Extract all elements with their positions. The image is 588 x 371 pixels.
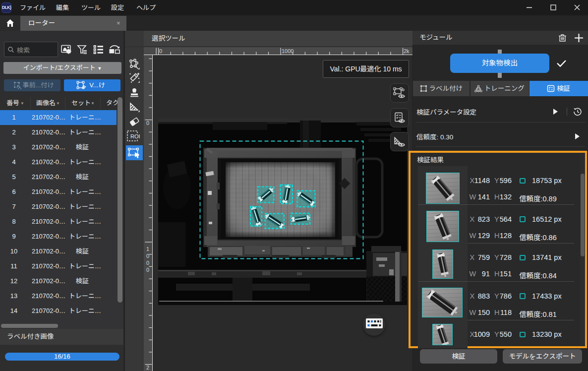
svg-text:0: 0 [159,48,162,54]
svg-text:2k: 2k [404,48,410,54]
svg-text:0: 0 [146,253,149,259]
svg-text:0: 0 [146,260,149,266]
svg-text:ROI: ROI [130,133,140,139]
svg-text:2: 2 [146,365,149,371]
svg-text:1000: 1000 [282,48,294,54]
svg-text:1: 1 [146,246,149,252]
svg-text:0: 0 [146,267,149,273]
svg-text:0: 0 [146,120,149,126]
